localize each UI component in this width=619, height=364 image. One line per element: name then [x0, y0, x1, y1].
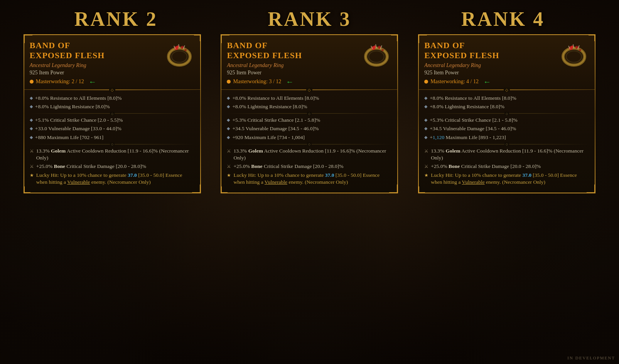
corner-tr	[589, 34, 595, 41]
diamond-icon	[30, 104, 33, 109]
special-icon	[30, 163, 34, 169]
stat-item: Lucky Hit: Up to a 10% chance to generat…	[227, 171, 392, 186]
resistances-group: +8.0% Resistance to All Elements [8.0]% …	[424, 94, 589, 111]
mw-text: Masterworking: 3 / 12	[233, 79, 281, 85]
stat-divider	[424, 113, 589, 114]
corner-br	[589, 186, 595, 193]
lucky-highlight: 37.0	[522, 172, 531, 178]
star-icon	[30, 172, 34, 178]
stat-item: 13.3% Golem Active Cooldown Reduction [1…	[227, 147, 392, 162]
stat-item: +880 Maximum Life [702 - 961]	[30, 133, 195, 142]
stat-item: +8.0% Resistance to All Elements [8.0]%	[30, 94, 195, 102]
card-title-area: Band ofExposed Flesh Ancestral Legendary…	[424, 40, 555, 86]
resistances-group: +8.0% Resistance to All Elements [8.0]% …	[30, 94, 195, 111]
stat-item: +8.0% Resistance to All Elements [8.0]%	[424, 94, 589, 102]
card-stats: +8.0% Resistance to All Elements [8.0]% …	[419, 90, 595, 193]
stat-item: Lucky Hit: Up to a 10% chance to generat…	[424, 171, 589, 186]
svg-point-21	[566, 51, 582, 62]
vulnerable-text: Vulnerable	[462, 179, 485, 185]
vulnerable-text: Vulnerable	[67, 179, 90, 185]
star-icon	[227, 172, 231, 178]
card-header: Band ofExposed Flesh Ancestral Legendary…	[419, 35, 595, 90]
offense-group: +5.3% Critical Strike Chance [2.1 - 5.8]…	[424, 116, 589, 142]
vulnerable-text: Vulnerable	[265, 179, 287, 185]
star-icon	[424, 172, 428, 178]
special-icon	[227, 148, 231, 154]
stat-item: 13.3% Golem Active Cooldown Reduction [1…	[424, 147, 589, 162]
stat-bold: Bone	[251, 163, 262, 169]
svg-point-11	[369, 51, 384, 62]
lucky-text: Lucky Hit: Up to a 10% chance to generat…	[36, 172, 195, 186]
stat-bold: Golem	[51, 148, 66, 154]
resistances-group: +8.0% Resistance to All Elements [8.0]% …	[227, 94, 392, 111]
corner-tl	[221, 34, 228, 41]
stat-text: +25.0% Bone Critical Strike Damage [20.0…	[431, 163, 541, 170]
stat-text: +8.0% Resistance to All Elements [8.0]%	[430, 95, 516, 102]
card-subtitle: Ancestral Legendary Ring	[424, 62, 555, 69]
stat-item: +920 Maximum Life [734 - 1,004]	[227, 133, 392, 142]
card-item-power: 925 Item Power	[424, 70, 555, 76]
rank-4-card: Band ofExposed Flesh Ancestral Legendary…	[418, 34, 595, 193]
stat-bold: Bone	[449, 163, 460, 169]
card-title-area: Band ofExposed Flesh Ancestral Legendary…	[30, 40, 161, 86]
svg-point-1	[172, 51, 187, 62]
stat-divider	[227, 113, 392, 114]
stat-text: +25.0% Bone Critical Strike Damage [20.0…	[36, 163, 146, 170]
mw-text: Masterworking: 2 / 12	[36, 79, 84, 85]
card-subtitle: Ancestral Legendary Ring	[227, 62, 358, 69]
stat-item: +5.3% Critical Strike Chance [2.1 - 5.8]…	[227, 116, 392, 124]
corner-tl	[418, 34, 425, 41]
corner-tr	[194, 34, 201, 41]
stat-bold: Bone	[54, 163, 65, 169]
diamond-icon	[227, 126, 230, 131]
stat-text: 13.3% Golem Active Cooldown Reduction [1…	[36, 148, 195, 161]
offense-group: +5.1% Critical Strike Chance [2.0 - 5.5]…	[30, 116, 195, 142]
diamond-icon	[227, 104, 230, 109]
stat-item: +33.0 Vulnerable Damage [33.0 - 44.0]%	[30, 124, 195, 133]
special-icon	[227, 163, 231, 169]
card-subtitle: Ancestral Legendary Ring	[30, 62, 161, 69]
mw-dot	[30, 80, 34, 84]
stat-text: +5.3% Critical Strike Chance [2.1 - 5.8]…	[430, 117, 518, 124]
stat-text: +34.5 Vulnerable Damage [34.5 - 46.0]%	[430, 125, 516, 132]
stat-text: +8.0% Lightning Resistance [8.0]%	[430, 103, 504, 110]
special-icon	[424, 163, 428, 169]
diamond-icon	[227, 95, 230, 101]
card-title-area: Band ofExposed Flesh Ancestral Legendary…	[227, 40, 358, 86]
arrow-indicator: ←	[286, 77, 293, 86]
highlighted-value: 1,120	[433, 134, 444, 140]
mw-dot	[227, 80, 231, 84]
diamond-icon	[424, 134, 427, 140]
corner-tl	[24, 34, 30, 41]
card-stats: +8.0% Resistance to All Elements [8.0]% …	[221, 90, 397, 193]
special-group: 13.3% Golem Active Cooldown Reduction [1…	[424, 147, 589, 186]
mw-dot	[424, 80, 428, 84]
special-group: 13.3% Golem Active Cooldown Reduction [1…	[30, 147, 195, 186]
rank-2-card: Band ofExposed Flesh Ancestral Legendary…	[24, 34, 201, 193]
mw-text: Masterworking: 4 / 12	[430, 79, 479, 85]
stat-bold: Golem	[445, 148, 460, 154]
stat-bold: Golem	[248, 148, 263, 154]
stat-text: +34.5 Vulnerable Damage [34.5 - 46.0]%	[232, 125, 319, 132]
stat-item: +5.1% Critical Strike Chance [2.0 - 5.5]…	[30, 116, 195, 124]
diamond-icon	[227, 134, 230, 140]
corner-bl	[221, 186, 228, 193]
stat-item: +34.5 Vulnerable Damage [34.5 - 46.0]%	[424, 124, 589, 133]
ring-icon	[361, 40, 392, 71]
stat-divider	[227, 144, 392, 144]
stat-text: +5.1% Critical Strike Chance [2.0 - 5.5]…	[35, 117, 123, 124]
corner-br	[194, 186, 201, 193]
ring-icon	[558, 40, 589, 71]
stat-item: +8.0% Lightning Resistance [8.0]%	[30, 102, 195, 111]
stat-item: +34.5 Vulnerable Damage [34.5 - 46.0]%	[227, 124, 392, 133]
card-header: Band ofExposed Flesh Ancestral Legendary…	[24, 35, 200, 90]
diamond-icon	[424, 117, 427, 123]
stat-text: +8.0% Resistance to All Elements [8.0]%	[35, 95, 122, 102]
special-icon	[424, 148, 428, 154]
arrow-indicator: ←	[89, 77, 96, 86]
card-name: Band ofExposed Flesh	[227, 40, 358, 61]
card-name: Band ofExposed Flesh	[424, 40, 555, 61]
stat-item: +8.0% Resistance to All Elements [8.0]%	[227, 94, 392, 102]
stat-item: +5.3% Critical Strike Chance [2.1 - 5.8]…	[424, 116, 589, 124]
diamond-icon	[424, 104, 427, 109]
